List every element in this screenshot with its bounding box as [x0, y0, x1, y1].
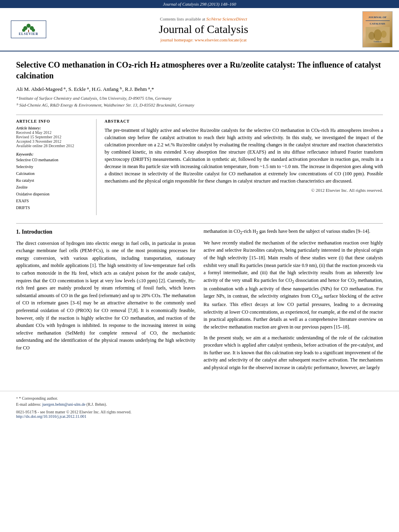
received-date: Received 4 May 2012 — [16, 130, 90, 135]
journal-citation-bar: Journal of Catalysis 298 (2013) 148–160 — [0, 0, 399, 8]
elsevier-label: ELSEVIER — [19, 32, 38, 36]
available-date: Available online 28 December 2012 — [16, 144, 90, 148]
divider-1 — [16, 115, 383, 115]
cover-title-line1: JOURNAL OF — [368, 16, 387, 19]
journal-citation: Journal of Catalysis 298 (2013) 148–160 — [163, 2, 236, 6]
footnote-section: * * Corresponding author. E-mail address… — [16, 395, 383, 408]
cover-divider — [366, 21, 390, 21]
article-title: Selective CO methanation in CO₂-rich H₂ … — [16, 60, 383, 81]
history-label: Article history: — [16, 126, 90, 130]
keyword-7: EXAFS — [16, 197, 90, 204]
section-1-right-para2: We have recently studied the mechanism o… — [204, 239, 383, 331]
svg-point-4 — [32, 29, 35, 32]
revised-date: Revised 15 September 2012 — [16, 135, 90, 139]
email-address[interactable]: juergen.behm@uni-ulm.de — [42, 402, 85, 407]
keywords-group: Keywords: Selective CO methanation Selec… — [16, 152, 90, 211]
section-1-right-text: methanation in CO2-rich H2 gas feeds hav… — [204, 228, 383, 236]
svg-point-3 — [22, 29, 25, 32]
section-1-heading: 1. Introduction — [16, 228, 195, 236]
body-left-column: 1. Introduction The direct conversion of… — [16, 228, 195, 375]
keywords-label: Keywords: — [16, 152, 90, 156]
keyword-8: DRIFTS — [16, 204, 90, 211]
copyright: © 2012 Elsevier Inc. All rights reserved… — [105, 188, 383, 193]
homepage-url[interactable]: www.elsevier.com/locate/jcat — [195, 37, 247, 42]
section-1-right-para3: In the present study, we aim at a mechan… — [204, 334, 383, 372]
article-info-panel: Article Info Article history: Received 4… — [16, 119, 97, 215]
svg-text:Catalysis: Catalysis — [374, 41, 382, 43]
section-1-left-text: The direct conversion of hydrogen into e… — [16, 240, 195, 352]
email-line: E-mail address: juergen.behm@uni-ulm.de … — [16, 401, 383, 407]
keyword-5: Zeolite — [16, 184, 90, 191]
journal-cover-image: JOURNAL OF CATALYSIS Catalysis — [362, 11, 393, 47]
authors: Ali M. Abdel-Mageed ᵃ, S. Eckle ᵃ, H.G. … — [16, 86, 383, 92]
body-columns: 1. Introduction The direct conversion of… — [16, 228, 383, 375]
keyword-3: Calcination — [16, 170, 90, 177]
elsevier-tree-icon — [21, 23, 37, 32]
sciverse-line: Contents lists available at SciVerse Sci… — [55, 16, 352, 21]
page-footer: * * Corresponding author. E-mail address… — [0, 391, 399, 423]
body-right-column: methanation in CO2-rich H2 gas feeds hav… — [204, 228, 383, 375]
keyword-2: Selectivity — [16, 163, 90, 170]
sciverse-link[interactable]: SciVerse ScienceDirect — [206, 16, 247, 21]
footer-doi[interactable]: http://dx.doi.org/10.1016/j.jcat.2012.11… — [16, 414, 132, 419]
journal-title: Journal of Catalysis — [55, 23, 352, 36]
journal-homepage: journal homepage: www.elsevier.com/locat… — [55, 37, 352, 42]
cover-title-line2: CATALYSIS — [370, 22, 385, 25]
article-info-abstract: Article Info Article history: Received 4… — [16, 119, 383, 215]
keyword-6: Oxidative dispersion — [16, 191, 90, 197]
affiliations: ᵃ Institute of Surface Chemistry and Cat… — [16, 95, 383, 108]
affiliation-b: ᵇ Süd-Chemie AG, R&D Energy & Environmen… — [16, 102, 383, 109]
article-info-heading: Article Info — [16, 119, 90, 123]
elsevier-box: ELSEVIER — [11, 21, 46, 38]
footer-issn: 0021-9517/$ - see front matter © 2012 El… — [16, 410, 132, 419]
abstract-heading: Abstract — [105, 119, 383, 123]
main-content: Selective CO methanation in CO₂-rich H₂ … — [0, 51, 399, 383]
article-history: Article history: Received 4 May 2012 Rev… — [16, 126, 90, 148]
journal-header-center: Contents lists available at SciVerse Sci… — [55, 16, 352, 42]
svg-point-9 — [381, 31, 387, 38]
abstract-panel: Abstract The pre-treatment of highly act… — [105, 119, 383, 215]
footer-bar: 0021-9517/$ - see front matter © 2012 El… — [16, 410, 383, 419]
journal-cover-right: JOURNAL OF CATALYSIS Catalysis — [356, 11, 393, 47]
keyword-1: Selective CO methanation — [16, 156, 90, 163]
email-person: (R.J. Behm). — [86, 402, 107, 407]
corresponding-label: * * Corresponding author. — [16, 395, 383, 402]
divider-2 — [16, 223, 383, 224]
keyword-4: Ru catalyst — [16, 177, 90, 184]
abstract-text: The pre-treatment of highly active and s… — [105, 127, 383, 185]
keywords-list: Selective CO methanation Selectivity Cal… — [16, 156, 90, 211]
affiliation-a: ᵃ Institute of Surface Chemistry and Cat… — [16, 95, 383, 102]
accepted-date: Accepted 3 November 2012 — [16, 139, 90, 144]
svg-point-8 — [368, 32, 375, 40]
svg-point-0 — [27, 24, 31, 28]
elsevier-logo-section: ELSEVIER — [6, 21, 51, 38]
svg-point-7 — [374, 29, 382, 41]
journal-header: ELSEVIER Contents lists available at Sci… — [0, 8, 399, 51]
cover-image-icon: Catalysis — [366, 27, 390, 43]
